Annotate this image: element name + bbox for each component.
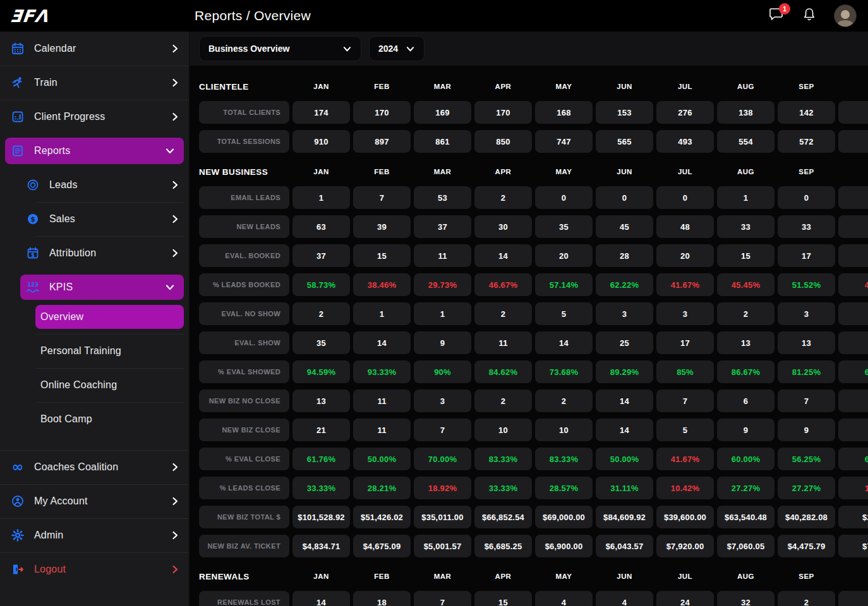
sidebar-item-sales[interactable]: $ Sales xyxy=(0,202,189,236)
value-cell xyxy=(838,244,868,267)
svg-text:$: $ xyxy=(30,215,35,223)
value-cell: 62.22% xyxy=(596,273,653,296)
value-cell: 84.62% xyxy=(474,360,532,383)
calendar-icon xyxy=(10,41,25,56)
report-type-value: Business Overview xyxy=(208,44,289,54)
sidebar-item-calendar[interactable]: Calendar xyxy=(0,32,189,66)
table-row: RENEWALS LOST14187154424322 xyxy=(199,591,868,606)
table-months-row: RENEWALSJANFEBMARAPRMAYJUNJULAUGSEP xyxy=(199,568,868,585)
value-cell: 6 xyxy=(838,448,868,470)
value-cell: 18 xyxy=(353,591,411,606)
value-cell: 15 xyxy=(474,591,532,606)
value-cell: 11 xyxy=(474,331,532,354)
value-cell: 3 xyxy=(596,302,653,325)
table-row: % LEADS BOOKED58.73%38.46%29.73%46.67%57… xyxy=(199,273,868,296)
table-section: NEW BUSINESSJANFEBMARAPRMAYJUNJULAUGSEPE… xyxy=(199,163,868,557)
top-bar: ƎFΛ Reports / Overview 1 xyxy=(0,0,868,32)
value-cell: 86.67% xyxy=(717,360,775,383)
value-cell: 81.25% xyxy=(778,360,835,383)
value-cell: 747 xyxy=(535,130,593,153)
sidebar-item-label: Boot Camp xyxy=(40,413,92,425)
report-type-dropdown[interactable]: Business Overview xyxy=(199,36,361,61)
value-cell: 861 xyxy=(414,130,471,153)
svg-text:123: 123 xyxy=(27,282,39,288)
chat-button[interactable]: 1 xyxy=(768,8,785,24)
sidebar-item-online-coaching[interactable]: Online Coaching xyxy=(0,368,189,402)
sidebar-item-admin[interactable]: Admin xyxy=(0,518,189,552)
value-cell: 6 xyxy=(717,389,775,412)
value-cell: 3 xyxy=(414,389,471,412)
value-cell: 0 xyxy=(778,186,835,209)
sidebar-item-attribution[interactable]: $ Attribution xyxy=(0,236,189,270)
sidebar-item-logout[interactable]: Logout xyxy=(0,552,189,586)
value-cell: 565 xyxy=(596,130,653,153)
value-cell: 15 xyxy=(353,244,411,267)
sidebar-item-boot-camp[interactable]: Boot Camp xyxy=(0,402,189,436)
sidebar-item-reports[interactable]: Reports xyxy=(5,138,184,164)
value-cell: 21 xyxy=(292,419,350,441)
value-cell: $5,001.57 xyxy=(414,535,471,557)
chevron-down-icon xyxy=(165,282,175,292)
value-cell: $7 xyxy=(838,535,868,557)
sidebar-item-coaches-coalition[interactable]: ∞ Coaches Coalition xyxy=(0,450,189,484)
topbar-actions: 1 xyxy=(768,4,868,27)
value-cell: 33 xyxy=(778,215,835,238)
value-cell: 2 xyxy=(474,389,532,412)
value-cell: 554 xyxy=(717,130,775,153)
client-progress-icon xyxy=(10,109,25,124)
value-cell: 33.33% xyxy=(292,477,350,499)
sidebar-item-train[interactable]: Train xyxy=(0,66,189,100)
sidebar-item-my-account[interactable]: My Account xyxy=(0,484,189,518)
value-cell: 28.21% xyxy=(353,477,411,499)
value-cell: 45.45% xyxy=(717,273,775,296)
row-label: % LEADS CLOSE xyxy=(199,477,289,499)
value-cell: 138 xyxy=(717,101,775,124)
month-header: AUG xyxy=(717,83,775,90)
sidebar-item-kpis[interactable]: 123 KPIS xyxy=(20,275,184,300)
month-header: AUG xyxy=(717,168,775,175)
value-cell: 14 xyxy=(353,331,411,354)
page-title: Reports / Overview xyxy=(195,8,311,23)
value-cell: 170 xyxy=(474,101,532,124)
table-row: NEW LEADS633937303545483333 xyxy=(199,215,868,238)
gear-icon xyxy=(10,528,25,543)
month-header: APR xyxy=(474,168,532,175)
notifications-button[interactable] xyxy=(801,8,817,24)
sidebar-item-overview[interactable]: Overview xyxy=(35,305,184,329)
value-cell: $6,043.57 xyxy=(596,535,653,557)
app-root: ƎFΛ Reports / Overview 1 xyxy=(0,0,868,606)
value-cell: 53 xyxy=(414,186,471,209)
value-cell: 2 xyxy=(778,591,835,606)
table-row: NEW BIZ AV. TICKET$4,834.71$4,675.09$5,0… xyxy=(199,535,868,557)
user-account-icon xyxy=(10,494,25,509)
year-dropdown[interactable]: 2024 xyxy=(369,36,425,61)
value-cell: $4,834.71 xyxy=(292,535,350,557)
value-cell: 1 xyxy=(838,477,868,499)
avatar[interactable] xyxy=(834,4,857,27)
sidebar-item-leads[interactable]: Leads xyxy=(0,168,189,202)
table-row: % LEADS CLOSE33.33%28.21%18.92%33.33%28.… xyxy=(199,477,868,499)
value-cell: 4 xyxy=(535,591,593,606)
value-cell: 0 xyxy=(535,186,593,209)
month-header: JUL xyxy=(656,573,714,580)
sidebar-item-label: My Account xyxy=(34,496,88,507)
value-cell: $63,540.48 xyxy=(717,506,775,528)
value-cell: $7,060.05 xyxy=(717,535,775,557)
value-cell: 7 xyxy=(656,389,714,412)
value-cell: $4,475.79 xyxy=(778,535,835,557)
table-row: EVAL. NO SHOW211253323 xyxy=(199,302,868,325)
value-cell: 153 xyxy=(596,101,653,124)
value-cell: 0 xyxy=(596,186,653,209)
month-header: SEP xyxy=(778,573,835,580)
value-cell: 70.00% xyxy=(414,448,471,470)
value-cell: 13 xyxy=(292,389,350,412)
value-cell xyxy=(838,101,868,124)
sidebar-item-label: Admin xyxy=(34,530,63,541)
month-header: SEP xyxy=(778,83,835,90)
month-header: JAN xyxy=(292,83,350,90)
sidebar-item-client-progress[interactable]: Client Progress xyxy=(0,100,189,134)
svg-text:$: $ xyxy=(31,252,35,258)
sidebar-item-personal-training[interactable]: Personal Training xyxy=(0,334,189,368)
value-cell xyxy=(838,130,868,153)
value-cell: 7 xyxy=(414,419,471,441)
